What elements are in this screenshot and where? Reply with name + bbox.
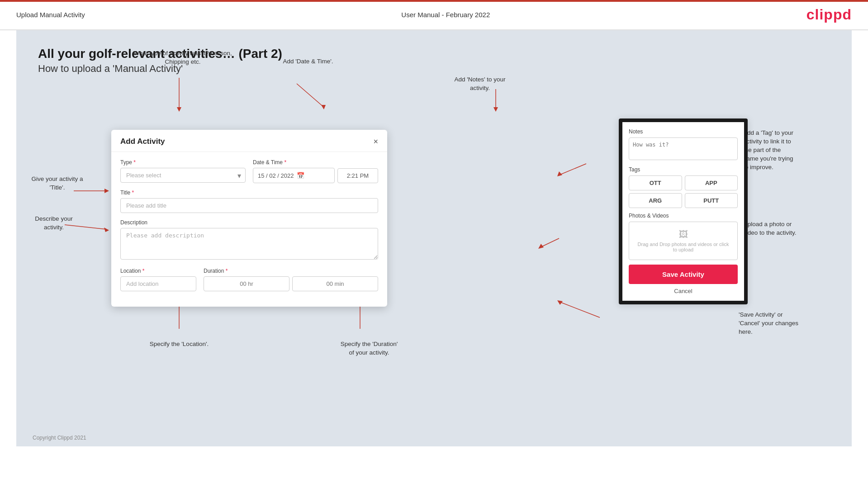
- duration-wrapper: [204, 276, 378, 291]
- tag-app[interactable]: APP: [685, 175, 738, 190]
- document-subtitle: User Manual - February 2022: [401, 11, 490, 19]
- modal-body: Type * Please select Date & Time * 15: [111, 152, 387, 307]
- svg-marker-13: [493, 107, 498, 112]
- annotation-notes: Add 'Notes' to youractivity.: [432, 76, 527, 93]
- description-label: Description: [120, 219, 378, 226]
- location-duration-row: Location * Duration *: [120, 268, 378, 291]
- tags-section: Tags OTT APP ARG PUTT: [629, 166, 738, 208]
- date-time-wrapper: 15 / 02 / 2022 📅 2:21 PM: [253, 168, 378, 183]
- datetime-label: Date & Time *: [253, 159, 378, 166]
- title-group: Title *: [120, 190, 378, 213]
- duration-hours-input[interactable]: [204, 276, 289, 291]
- annotation-photo: Upload a photo orvideo to the activity.: [743, 220, 847, 237]
- svg-marker-7: [104, 227, 109, 232]
- annotation-title: Give your activity a'Title'.: [24, 175, 90, 192]
- svg-line-2: [297, 84, 324, 107]
- tag-ott[interactable]: OTT: [629, 175, 682, 190]
- type-group: Type * Please select: [120, 159, 246, 183]
- svg-marker-15: [557, 171, 562, 176]
- annotation-tags: Add a 'Tag' to youractivity to link it t…: [743, 129, 847, 171]
- footer: Copyright Clippd 2021: [33, 435, 86, 441]
- type-label: Type *: [120, 159, 246, 166]
- svg-marker-1: [177, 107, 181, 112]
- page-title: Upload Manual Activity: [16, 11, 85, 19]
- svg-line-16: [540, 238, 559, 247]
- photos-label: Photos & Videos: [629, 213, 738, 219]
- modal-title: Add Activity: [120, 137, 165, 146]
- cancel-link[interactable]: Cancel: [629, 288, 738, 294]
- type-select-wrapper: Please select: [120, 168, 246, 183]
- logo: clippd: [806, 6, 852, 23]
- date-value: 15 / 02 / 2022: [258, 172, 294, 179]
- svg-marker-17: [538, 244, 544, 249]
- main-content: All your golf-relevant activities… (Part…: [16, 30, 852, 446]
- upload-text: Drag and Drop photos and videos or click…: [638, 242, 729, 252]
- copyright: Copyright Clippd 2021: [33, 435, 86, 441]
- title-label: Title *: [120, 190, 378, 196]
- location-label: Location *: [120, 268, 196, 274]
- title-input[interactable]: [120, 198, 378, 213]
- type-select[interactable]: Please select: [120, 168, 246, 183]
- notes-section-label: Notes: [629, 128, 738, 135]
- annotation-type: What type of activity was it? Lesson, Ch…: [128, 49, 237, 66]
- annotation-description: Describe youractivity.: [24, 215, 83, 232]
- location-input[interactable]: [120, 276, 196, 291]
- save-activity-button[interactable]: Save Activity: [629, 265, 738, 284]
- time-input[interactable]: 2:21 PM: [337, 168, 378, 183]
- photos-section: Photos & Videos 🖼 Drag and Drop photos a…: [629, 213, 738, 260]
- phone-inner: Notes Tags OTT APP ARG PUTT Photos & Vid…: [622, 122, 744, 301]
- location-group: Location *: [120, 268, 196, 291]
- modal-close-button[interactable]: ×: [373, 137, 378, 146]
- tag-arg[interactable]: ARG: [629, 193, 682, 208]
- duration-minutes-input[interactable]: [292, 276, 378, 291]
- svg-line-14: [559, 164, 586, 175]
- svg-line-18: [559, 302, 600, 317]
- tags-grid: OTT APP ARG PUTT: [629, 175, 738, 208]
- annotation-duration: Specify the 'Duration'of your activity.: [315, 340, 423, 357]
- svg-marker-19: [557, 300, 563, 305]
- annotation-location: Specify the 'Location'.: [134, 340, 224, 349]
- svg-marker-3: [321, 105, 326, 109]
- upload-icon: 🖼: [636, 229, 730, 240]
- type-datetime-row: Type * Please select Date & Time * 15: [120, 159, 378, 183]
- duration-group: Duration *: [204, 268, 378, 291]
- annotation-date: Add 'Date & Time'.: [263, 57, 353, 66]
- notes-textarea[interactable]: [629, 137, 738, 160]
- description-row: Description: [120, 219, 378, 261]
- tag-putt[interactable]: PUTT: [685, 193, 738, 208]
- description-group: Description: [120, 219, 378, 261]
- phone-panel: Notes Tags OTT APP ARG PUTT Photos & Vid…: [619, 118, 748, 304]
- modal-header: Add Activity ×: [111, 130, 387, 152]
- add-activity-modal: Add Activity × Type * Please select: [111, 130, 387, 307]
- description-textarea[interactable]: [120, 228, 378, 260]
- title-row: Title *: [120, 190, 378, 213]
- annotation-save: 'Save Activity' or'Cancel' your changesh…: [739, 311, 847, 336]
- calendar-icon: 📅: [297, 172, 304, 179]
- top-bar: Upload Manual Activity User Manual - Feb…: [0, 0, 868, 30]
- datetime-group: Date & Time * 15 / 02 / 2022 📅 2:21 PM: [253, 159, 378, 183]
- tags-label: Tags: [629, 166, 738, 173]
- svg-marker-5: [104, 189, 109, 193]
- upload-zone[interactable]: 🖼 Drag and Drop photos and videos or cli…: [629, 222, 738, 260]
- date-input[interactable]: 15 / 02 / 2022 📅: [253, 168, 335, 183]
- duration-label: Duration *: [204, 268, 378, 274]
